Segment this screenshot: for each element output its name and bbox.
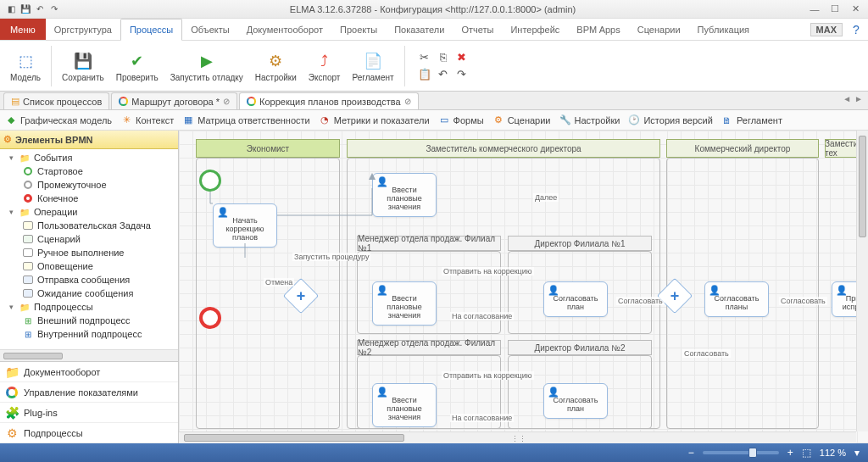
undo-icon[interactable]: ↶ (436, 67, 451, 82)
zoom-fit-icon[interactable]: ⬚ (802, 447, 811, 459)
subtab-history[interactable]: 🕑История версий (628, 114, 712, 126)
end-event[interactable] (199, 307, 221, 329)
save-icon: 💾 (71, 49, 95, 73)
task-enter-plan-top[interactable]: 👤Ввести плановые значения (372, 173, 437, 217)
qa-undo-icon[interactable]: ↶ (34, 3, 46, 15)
tabs-next-icon[interactable]: ► (854, 94, 863, 103)
copy-icon[interactable]: ⎘ (436, 50, 451, 65)
task-agree-plans[interactable]: 👤Согласовать планы (704, 281, 769, 317)
tree-send[interactable]: Отправка сообщения (0, 273, 178, 287)
gear-icon: ⚙ (492, 114, 504, 126)
tree-user-task[interactable]: Пользовательская Задача (0, 219, 178, 232)
subtab-reglament[interactable]: 🗎Регламент (721, 114, 782, 126)
tree-ext-subproc[interactable]: ⊞Внешний подпроцесс (0, 314, 178, 327)
tab-projects[interactable]: Проекты (331, 19, 386, 40)
tab-scenarios[interactable]: Сценарии (629, 19, 689, 40)
tabs-prev-icon[interactable]: ◄ (843, 94, 851, 103)
maximize-button[interactable]: ☐ (826, 3, 844, 16)
acc-plugins[interactable]: 🧩Plug-ins (0, 403, 178, 423)
minimize-button[interactable]: — (805, 3, 824, 16)
tree-script[interactable]: Сценарий (0, 232, 178, 246)
tab-bpmapps[interactable]: BPM Apps (568, 19, 628, 40)
acc-subprocesses[interactable]: ⚙Подпроцессы (0, 423, 178, 443)
subtab-metrics[interactable]: ◔Метрики и показатели (319, 114, 430, 126)
process-canvas[interactable]: Экономист Заместитель коммерческого дире… (179, 131, 868, 443)
task-enter-plan-1[interactable]: 👤Ввести плановые значения (372, 281, 437, 326)
lane-comm-dir[interactable]: Коммерческий директор (666, 139, 819, 158)
subtab-graphical[interactable]: ◆Графическая модель (5, 114, 112, 126)
qa-redo-icon[interactable]: ↷ (48, 3, 60, 15)
edge-sendcorr-1: Отправить на коррекцию (442, 267, 534, 276)
subtab-scenarios[interactable]: ⚙Сценарии (492, 114, 551, 126)
tab-interface[interactable]: Интерфейс (502, 19, 568, 40)
tab-reports[interactable]: Отчеты (453, 19, 502, 40)
tab-indicators[interactable]: Показатели (386, 19, 453, 40)
ribbon-export[interactable]: ⤴Экспорт (303, 42, 346, 90)
tree-events[interactable]: ▾📁События (0, 151, 178, 164)
task-agree-plan-1[interactable]: 👤Согласовать план (543, 281, 608, 317)
acc-docflow[interactable]: 📁Документооборот (0, 362, 178, 382)
sublane-dir2[interactable]: Директор Филиала №2 (508, 340, 652, 355)
doctab-process-list[interactable]: ▤Список процессов (3, 92, 109, 109)
tree-operations[interactable]: ▾📁Операции (0, 205, 178, 219)
tree-subprocesses[interactable]: ▾📁Подпроцессы (0, 300, 178, 314)
subtab-matrix[interactable]: ▦Матрица ответственности (182, 114, 310, 126)
tree-int-subproc[interactable]: ⊞Внутренний подпроцесс (0, 327, 178, 341)
task-enter-plan-2[interactable]: 👤Ввести плановые значения (372, 383, 437, 427)
tab-close-icon[interactable]: ⊘ (223, 97, 230, 106)
tree-hscrollbar[interactable] (0, 349, 178, 361)
cut-icon[interactable]: ✂ (417, 50, 432, 65)
main-menu-button[interactable]: Меню (0, 19, 46, 40)
intermediate-event-icon (22, 179, 34, 191)
subtab-forms[interactable]: ▭Формы (438, 114, 484, 126)
tab-orgstructure[interactable]: Оргструктура (46, 19, 120, 40)
tree-event-intermediate[interactable]: Промежуточное (0, 178, 178, 192)
folder-icon: 📁 (19, 152, 31, 164)
ribbon-debug[interactable]: ▶Запустить отладку (165, 42, 248, 90)
subtab-context[interactable]: ✳Контекст (120, 114, 174, 126)
lane-economist[interactable]: Экономист (196, 139, 340, 158)
document-icon: 📄 (361, 49, 385, 73)
zoom-dropdown-icon[interactable]: ▾ (854, 447, 860, 459)
zoom-out-icon[interactable]: − (688, 447, 694, 459)
ribbon-model[interactable]: ⬚Модель (5, 42, 46, 90)
tree-manual[interactable]: Ручное выполнение (0, 246, 178, 259)
task-agree-plan-2[interactable]: 👤Согласовать план (543, 383, 608, 419)
sublane-mgr2[interactable]: Менеджер отдела продаж. Филиал №2 (357, 340, 501, 355)
tab-processes[interactable]: Процессы (120, 19, 182, 41)
paste-icon[interactable]: 📋 (417, 67, 432, 82)
doctab-contract-route[interactable]: Маршрут договора *⊘ (111, 92, 237, 109)
start-event[interactable] (199, 170, 221, 192)
zoom-value: 112 % (820, 448, 846, 458)
sublane-dir1[interactable]: Директор Филиала №1 (508, 236, 652, 251)
tab-publish[interactable]: Публикация (689, 19, 758, 40)
tab-objects[interactable]: Объекты (182, 19, 237, 40)
doctab-plan-correction[interactable]: Коррекция планов производства⊘ (239, 92, 419, 109)
ribbon-settings[interactable]: ⚙Настройки (250, 42, 302, 90)
ribbon-save[interactable]: 💾Сохранить (57, 42, 109, 90)
ribbon-reglament[interactable]: 📄Регламент (347, 42, 398, 90)
subtab-settings[interactable]: 🔧Настройки (559, 114, 620, 126)
tree-receive[interactable]: Ожидание сообщения (0, 287, 178, 300)
splitter-handle[interactable]: ⋮⋮ (511, 435, 525, 443)
tree-notify[interactable]: Оповещение (0, 259, 178, 273)
delete-icon[interactable]: ✖ (454, 50, 470, 65)
tree-event-start[interactable]: Стартовое (0, 164, 178, 178)
tab-docflow[interactable]: Документооборот (238, 19, 331, 40)
tab-close-icon[interactable]: ⊘ (404, 97, 411, 106)
send-icon (22, 274, 34, 286)
canvas-hscrollbar[interactable]: ⋮⋮ (179, 431, 856, 443)
tree-event-end[interactable]: Конечное (0, 192, 178, 205)
redo-icon[interactable]: ↷ (454, 67, 470, 82)
lane-zam-comm[interactable]: Заместитель коммерческого директора (347, 139, 660, 158)
zoom-in-icon[interactable]: + (787, 447, 793, 459)
ribbon-check[interactable]: ✔Проверить (111, 42, 164, 90)
qa-save-icon[interactable]: 💾 (19, 3, 31, 15)
task-start-correction[interactable]: 👤Начать коррекцию планов (213, 203, 277, 248)
help-icon[interactable]: ? (848, 23, 865, 36)
close-button[interactable]: ✕ (846, 3, 865, 16)
acc-kpi[interactable]: Управление показателями (0, 382, 178, 403)
canvas-vscrollbar[interactable] (856, 131, 868, 431)
sublane-mgr1[interactable]: Менеджер отдела продаж. Филиал №1 (357, 236, 501, 251)
zoom-slider[interactable] (703, 451, 779, 454)
